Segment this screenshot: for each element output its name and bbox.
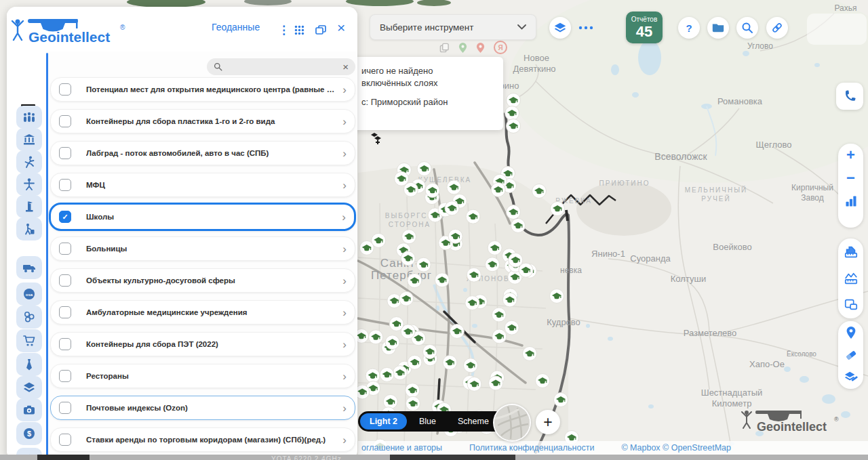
layer-checkbox[interactable]	[59, 434, 71, 446]
layer-row[interactable]: Амбулаторные медицинские учреждения ›	[50, 300, 355, 325]
sidebar-runner-button[interactable]	[16, 150, 42, 173]
sidebar-tourist-button[interactable]	[16, 217, 42, 241]
layers-button[interactable]	[549, 17, 571, 39]
layer-checkbox[interactable]	[59, 243, 71, 255]
layer-checkbox[interactable]	[59, 147, 71, 159]
google-maps-pin-icon[interactable]	[458, 42, 467, 54]
style-option-blue[interactable]: Blue	[410, 413, 446, 430]
sidebar-osa-logo-button[interactable]: osa	[16, 283, 42, 306]
layer-checkbox[interactable]	[59, 306, 71, 318]
map-add-button[interactable]: +	[536, 410, 560, 434]
school-marker[interactable]	[417, 162, 431, 176]
attribution-link[interactable]: Политика конфиденциальности	[469, 443, 594, 453]
measure-terrain-button[interactable]	[838, 265, 863, 291]
reports-badge[interactable]: Отчётов 45	[626, 12, 663, 43]
school-marker[interactable]	[408, 355, 422, 369]
school-marker[interactable]	[445, 201, 459, 215]
school-marker[interactable]	[507, 205, 521, 219]
clear-search-icon[interactable]: ×	[342, 62, 349, 72]
minimap-preview[interactable]	[493, 404, 531, 442]
style-option-light-2[interactable]: Light 2	[360, 413, 407, 430]
yandex-maps-icon[interactable]: Я	[494, 41, 507, 54]
school-marker[interactable]	[408, 274, 422, 288]
tool-select[interactable]: Выберите инструмент	[370, 14, 536, 40]
school-marker[interactable]	[488, 241, 502, 255]
school-marker[interactable]	[554, 393, 568, 407]
school-marker[interactable]	[507, 93, 521, 108]
school-marker[interactable]	[450, 325, 464, 339]
school-marker[interactable]	[551, 202, 565, 216]
school-marker[interactable]	[385, 335, 399, 350]
school-marker[interactable]	[507, 119, 521, 133]
school-marker[interactable]	[465, 296, 479, 310]
sidebar-audience-button[interactable]	[16, 106, 42, 129]
measure-buildings-button[interactable]	[838, 238, 863, 265]
add-layer-icon[interactable]	[368, 130, 383, 145]
school-marker[interactable]	[511, 219, 526, 233]
zoom-in-button[interactable]: +	[838, 144, 863, 167]
sidebar-shopping-cart-button[interactable]	[16, 329, 42, 352]
layer-row[interactable]: Больницы ›	[50, 236, 355, 261]
school-marker[interactable]	[448, 229, 462, 243]
more-options-button[interactable]	[578, 22, 594, 33]
school-marker[interactable]	[492, 308, 506, 322]
layer-checkbox[interactable]	[59, 83, 71, 96]
school-marker[interactable]	[447, 180, 461, 194]
sidebar-layers-button[interactable]	[16, 376, 42, 399]
school-marker[interactable]	[489, 376, 503, 390]
school-marker[interactable]	[425, 184, 439, 198]
tab-geodata[interactable]: Геоданные	[212, 22, 260, 33]
school-marker[interactable]	[491, 183, 505, 197]
sidebar-person-button[interactable]	[16, 173, 42, 196]
apps-grid-icon[interactable]	[294, 25, 304, 35]
chart-button[interactable]	[838, 190, 863, 213]
layer-row[interactable]: Контейнеры для сбора пластика 1-го и 2-г…	[50, 109, 355, 133]
close-icon[interactable]: ×	[337, 20, 345, 35]
school-marker[interactable]	[466, 209, 480, 224]
school-marker[interactable]	[416, 257, 431, 272]
school-marker[interactable]	[519, 263, 533, 277]
layer-checkbox[interactable]	[59, 370, 71, 382]
sidebar-necktie-button[interactable]	[16, 353, 42, 376]
school-marker[interactable]	[401, 251, 415, 266]
attribution-link[interactable]: оглашение и авторы	[361, 443, 442, 453]
sidebar-bank-building-button[interactable]	[16, 128, 42, 151]
school-marker[interactable]	[366, 369, 380, 383]
red-pin-icon[interactable]	[476, 42, 485, 54]
attribution-link[interactable]: © Mapbox © OpenStreetMap	[621, 443, 731, 453]
sidebar-landmark-button[interactable]	[16, 195, 42, 218]
school-marker[interactable]	[550, 289, 564, 304]
layer-checkbox[interactable]	[59, 179, 71, 191]
devices-button[interactable]	[838, 291, 863, 318]
sidebar-dollar-button[interactable]: $	[16, 422, 42, 445]
layer-checkbox[interactable]	[59, 402, 71, 414]
layer-row[interactable]: Рестораны ›	[50, 364, 355, 388]
school-marker[interactable]	[467, 377, 481, 391]
school-marker[interactable]	[505, 320, 519, 335]
layer-row[interactable]: ✓ Школы ›	[49, 203, 356, 231]
school-marker[interactable]	[523, 347, 537, 361]
school-marker[interactable]	[403, 182, 418, 196]
school-marker[interactable]	[443, 356, 457, 370]
layer-row[interactable]: Ставки аренды по торговым коридорам (маг…	[50, 427, 355, 452]
school-marker[interactable]	[369, 330, 383, 344]
school-marker[interactable]	[502, 293, 517, 307]
school-marker[interactable]	[532, 184, 547, 198]
layer-row[interactable]: Объекты культурно-досуговой сферы ›	[50, 268, 355, 293]
window-restore-icon[interactable]	[315, 25, 326, 35]
layer-checkbox[interactable]	[59, 338, 71, 350]
kebab-menu-icon[interactable]: ⋮	[278, 23, 290, 37]
school-marker[interactable]	[505, 106, 519, 121]
school-marker[interactable]	[486, 257, 500, 272]
school-marker[interactable]	[492, 329, 507, 343]
layer-row[interactable]: Потенциал мест для открытия медицинского…	[50, 77, 355, 102]
layer-checkbox[interactable]: ✓	[59, 211, 71, 223]
school-marker[interactable]	[422, 345, 437, 359]
layer-checkbox[interactable]	[59, 115, 71, 127]
sidebar-camera-button[interactable]	[16, 398, 42, 421]
school-marker[interactable]	[380, 367, 394, 381]
sidebar-truck-button[interactable]	[16, 256, 42, 279]
phone-button[interactable]	[836, 83, 863, 110]
school-marker[interactable]	[399, 291, 414, 306]
school-marker[interactable]	[406, 396, 420, 411]
